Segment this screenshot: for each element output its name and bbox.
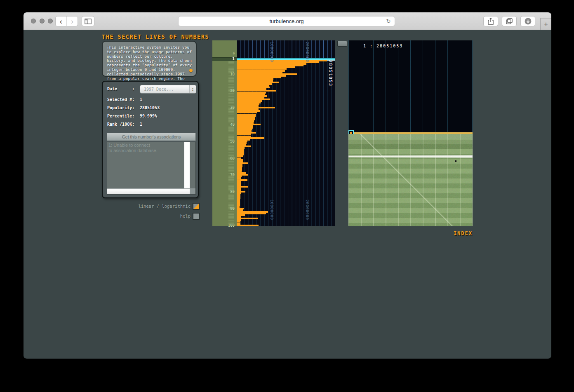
percentile-label: Percentile: [107, 114, 134, 118]
forward-button[interactable]: › [67, 16, 78, 26]
axis-tick-label: 50 [230, 139, 235, 143]
scale-toggle-label: linear / logarithmic [129, 204, 191, 209]
controls-panel: Date : 1997 Dece... ▲▼ Selected #: 1 Pop… [102, 81, 199, 198]
share-button[interactable] [483, 16, 498, 26]
popularity-value: 28051053 [140, 106, 160, 110]
scale-toggle-checkbox[interactable] [193, 203, 200, 210]
reload-icon[interactable]: ↻ [385, 18, 392, 25]
date-select-value: 1997 Dece... [140, 87, 189, 92]
description-panel: This interactive system invites you to e… [102, 41, 197, 77]
date-label: Date : [107, 87, 134, 91]
new-tab-button[interactable]: + [540, 18, 551, 30]
selected-value: 1 [140, 97, 142, 102]
axis-tick-label: 70 [230, 173, 235, 177]
rank-label: Rank /100K: [107, 122, 134, 127]
axis-tick-label: 60 [230, 156, 235, 160]
horizontal-scrollbar[interactable] [107, 188, 190, 194]
grid-value-label: 20000000 [305, 42, 310, 62]
heatmap-noise-texture [348, 134, 473, 226]
axis-tick-label: 30 [230, 106, 235, 110]
share-icon [488, 18, 494, 25]
back-button[interactable]: ‹ [56, 16, 67, 26]
grid-value-label: 10000000 [270, 200, 274, 220]
help-toggle-label: help [129, 214, 191, 218]
zoom-window-button[interactable] [48, 19, 53, 23]
minimize-window-button[interactable] [40, 19, 45, 23]
axis-tick-label: 90 [230, 207, 235, 211]
nav-buttons: ‹ › [55, 16, 78, 26]
axis-tick-label: 0 [233, 52, 235, 55]
date-select[interactable]: 1997 Dece... ▲▼ [140, 85, 196, 94]
axis-tick-label: 40 [230, 122, 235, 127]
browser-toolbar: ‹ › turbulence.org ↻ [24, 12, 551, 30]
axis-tick-label: 100 [228, 223, 235, 228]
axis-tick-label: 10 [230, 72, 235, 76]
tabs-icon [506, 18, 513, 24]
url-text: turbulence.org [269, 18, 303, 24]
popularity-bar[interactable] [237, 225, 259, 226]
index-heatmap[interactable] [348, 134, 473, 226]
number-axis: 01102030405060708090100 [212, 40, 237, 226]
select-stepper-icon: ▲▼ [189, 85, 196, 93]
help-checkbox[interactable] [193, 213, 200, 220]
scrollbar-corner [190, 188, 195, 194]
index-detail-area[interactable]: 1 : 28051053 [348, 40, 473, 132]
axis-tick-label: 1 [232, 56, 235, 61]
associations-textarea[interactable]: 1: Unable to connect to association data… [107, 142, 196, 195]
index-panel[interactable]: 1 : 28051053 [348, 40, 473, 226]
grid-value-label: 20000000 [305, 200, 310, 220]
plot-header-grid [237, 40, 335, 58]
percentile-value: 99.999% [140, 114, 157, 118]
page-content: THE SECRET LIVES OF NUMBERS This interac… [24, 30, 551, 358]
browser-window: ‹ › turbulence.org ↻ [24, 12, 551, 359]
popularity-plot[interactable]: 28051053 1000000020000000100000002000000… [237, 40, 335, 226]
get-associations-button[interactable]: Get this number's associations [107, 133, 196, 141]
sidebar-icon [85, 19, 92, 24]
sidebar-button[interactable] [82, 16, 94, 26]
rank-value: 1 [140, 122, 142, 127]
popularity-label: Popularity: [107, 106, 134, 110]
index-label: INDEX [390, 230, 473, 236]
download-icon [525, 18, 532, 25]
index-readout: 1 : 28051053 [363, 44, 403, 48]
address-bar[interactable]: turbulence.org ↻ [178, 16, 395, 26]
associations-message: 1: Unable to connect to association data… [108, 143, 187, 153]
page-title: THE SECRET LIVES OF NUMBERS [102, 33, 209, 40]
selected-bar-value: 28051053 [328, 60, 333, 87]
popularity-histogram: 01102030405060708090100 28051053 1000000… [212, 40, 335, 226]
axis-tick-label: 80 [230, 190, 235, 194]
selected-label: Selected #: [107, 97, 134, 102]
tab-overview-button[interactable] [502, 16, 517, 26]
orange-dot-icon [189, 69, 193, 72]
grid-value-label: 10000000 [270, 42, 274, 62]
vertical-scrollbar[interactable] [184, 142, 190, 188]
close-window-button[interactable] [31, 19, 36, 23]
downloads-button[interactable] [520, 16, 535, 26]
axis-tick-label: 20 [230, 89, 235, 93]
viz-scrollbar-thumb[interactable] [337, 41, 347, 47]
